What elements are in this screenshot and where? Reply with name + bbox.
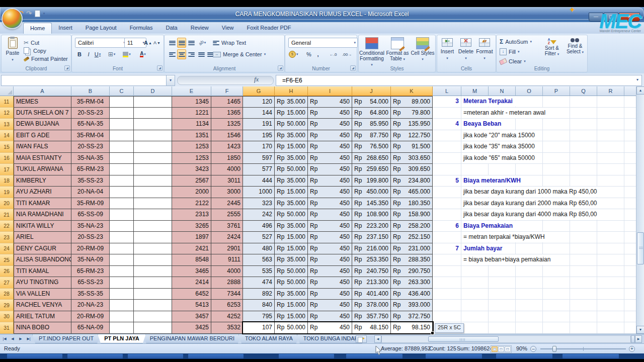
cell-name[interactable]: MAIA ESTIANTY [14, 153, 71, 164]
cell-name[interactable]: DUTA SHELA ON 7 [14, 108, 71, 119]
row-header-24[interactable]: 24 [0, 243, 14, 255]
wrap-text-button[interactable]: Wrap Text [213, 40, 246, 46]
cell-meteran-terpakai[interactable]: 840 [243, 300, 275, 311]
column-header-I[interactable]: I [308, 86, 352, 96]
cell-code[interactable]: 65-RM-23 [71, 164, 110, 175]
cell-q15[interactable] [570, 141, 597, 153]
cell-biaya-pemakaian[interactable]: Rp240.750 [352, 266, 391, 278]
cell-o11[interactable] [516, 96, 543, 108]
cell-meteran-terpakai[interactable]: 120 [243, 96, 275, 108]
cell-name[interactable]: KIMBERLY [14, 175, 71, 187]
cell-name[interactable]: TITI KAMAL [14, 266, 71, 278]
number-format-combo[interactable]: General▾ [288, 38, 358, 48]
increase-decimal-button[interactable]: ←.0 [329, 49, 338, 59]
cell-biaya-kwh[interactable]: Rp450 [308, 243, 352, 255]
cell-empty-d[interactable] [134, 175, 172, 187]
row-header-11[interactable]: 11 [0, 96, 14, 108]
cell-meteran-akhir[interactable]: 3011 [211, 175, 243, 187]
cell-jumlah-bayar[interactable]: Rp234.800 [391, 175, 433, 187]
next-sheet-icon[interactable]: ▶ [17, 335, 24, 342]
cell-jumlah-bayar[interactable]: Rp122.750 [391, 130, 433, 142]
tab-split-handle[interactable] [631, 335, 635, 343]
cell-r23[interactable] [597, 232, 624, 243]
column-header-B[interactable]: B [71, 86, 110, 96]
column-header-J[interactable]: J [352, 86, 391, 96]
vertical-scrollbar[interactable]: ▲ ▼ [636, 86, 644, 334]
cell-biaya-beban[interactable]: Rp50.000 [275, 322, 308, 334]
cell-name[interactable]: AYU AZHARI [14, 187, 71, 198]
cell-biaya-beban[interactable]: Rp35.000 [275, 153, 308, 164]
cell-o30[interactable] [516, 311, 543, 323]
cell-empty-d[interactable] [134, 198, 172, 210]
row-header-31[interactable]: 31 [0, 322, 14, 334]
row-header-17[interactable]: 17 [0, 164, 14, 175]
cell-o22[interactable] [516, 221, 543, 232]
number-dialog-launcher-icon[interactable]: ◢ [350, 65, 356, 71]
cell-jumlah-bayar[interactable]: Rp231.000 [391, 243, 433, 255]
row-header-21[interactable]: 21 [0, 209, 14, 221]
column-header-D[interactable]: D [134, 86, 172, 96]
cell-p29[interactable] [543, 300, 570, 311]
cell-meteran-terpakai[interactable]: 563 [243, 254, 275, 266]
cell-jumlah-bayar[interactable]: Rp79.800 [391, 108, 433, 119]
cell-note-number[interactable] [433, 277, 461, 289]
column-header-A[interactable]: A [14, 86, 71, 96]
cell-meteran-awal[interactable]: 3425 [172, 322, 211, 334]
cell-jumlah-bayar[interactable]: Rp465.000 [391, 187, 433, 198]
cell-name[interactable]: ALISA SUBANDONO [14, 254, 71, 266]
cell-p15[interactable] [543, 141, 570, 153]
cell-empty-d[interactable] [134, 311, 172, 323]
cell-empty-d[interactable] [134, 277, 172, 289]
insert-function-icon[interactable]: fx [254, 75, 259, 83]
cell-biaya-kwh[interactable]: Rp450 [308, 108, 352, 119]
cell-code[interactable]: 65-RM-23 [71, 266, 110, 278]
cell-note-number[interactable]: 3 [433, 96, 461, 108]
cell-meteran-awal[interactable]: 8548 [172, 254, 211, 266]
cell-p18[interactable] [543, 175, 570, 187]
name-box-dropdown-icon[interactable]: ▼ [166, 75, 175, 86]
cell-n28[interactable] [489, 289, 516, 300]
cell-meteran-terpakai[interactable]: 577 [243, 164, 275, 175]
cell-code[interactable]: 20-RM-09 [71, 311, 110, 323]
cell-meteran-akhir[interactable]: 1423 [211, 141, 243, 153]
cell-meteran-awal[interactable]: 1134 [172, 119, 211, 130]
cell-note-number[interactable]: 5 [433, 175, 461, 187]
bold-button[interactable]: B [75, 49, 84, 59]
cell-name[interactable]: TITI KAMAR [14, 198, 71, 210]
cell-biaya-kwh[interactable]: Rp450 [308, 130, 352, 142]
cell-m27[interactable] [461, 277, 489, 289]
cell-biaya-beban[interactable]: Rp15.000 [275, 300, 308, 311]
cell-q23[interactable] [570, 232, 597, 243]
align-center-button[interactable] [177, 49, 186, 59]
row-header-14[interactable]: 14 [0, 130, 14, 142]
zoom-out-icon[interactable]: – [530, 346, 536, 352]
cell-r25[interactable] [597, 254, 624, 266]
cell-empty-d[interactable] [134, 164, 172, 175]
cell-meteran-awal[interactable]: 6452 [172, 289, 211, 300]
cell-meteran-awal[interactable]: 1253 [172, 153, 211, 164]
cell-meteran-akhir[interactable]: 1850 [211, 153, 243, 164]
cell-biaya-kwh[interactable]: Rp450 [308, 164, 352, 175]
cell-meteran-awal[interactable]: 2313 [172, 209, 211, 221]
cell-biaya-kwh[interactable]: Rp450 [308, 266, 352, 278]
cell-meteran-terpakai[interactable]: 597 [243, 153, 275, 164]
sheet-tab-pt-indo-paper-out[interactable]: PT.INDO PAPER OUT [32, 334, 100, 343]
cell-meteran-akhir[interactable]: 2424 [211, 232, 243, 243]
cell-r13[interactable] [597, 119, 624, 130]
cell-biaya-beban[interactable]: Rp35.000 [275, 96, 308, 108]
cell-meteran-terpakai[interactable]: 144 [243, 108, 275, 119]
name-box[interactable] [1, 75, 170, 86]
cell-name[interactable]: VIA VALLEN [14, 289, 71, 300]
cell-q29[interactable] [570, 300, 597, 311]
cell-code[interactable]: 65-NA-35 [71, 119, 110, 130]
cell-jumlah-bayar[interactable]: Rp91.500 [391, 141, 433, 153]
cell-p31[interactable] [543, 322, 570, 334]
cell-r11[interactable] [597, 96, 624, 108]
cell-o24[interactable] [516, 243, 543, 255]
cell-m31[interactable] [461, 322, 489, 334]
column-header-C[interactable]: C [110, 86, 134, 96]
cell-meteran-terpakai[interactable]: 191 [243, 119, 275, 130]
cell-meteran-awal[interactable]: 3265 [172, 221, 211, 232]
cell-biaya-pemakaian[interactable]: Rp223.200 [352, 221, 391, 232]
cell-o29[interactable] [516, 300, 543, 311]
